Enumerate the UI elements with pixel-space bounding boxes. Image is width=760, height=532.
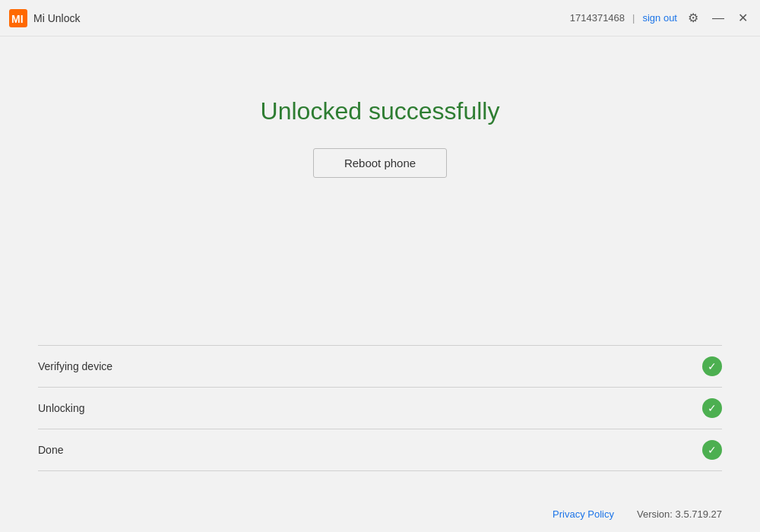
step-item: Verifying device✓ <box>38 345 722 387</box>
minimize-icon[interactable]: — <box>709 8 727 28</box>
footer: Privacy Policy Version: 3.5.719.27 <box>38 508 722 520</box>
version-text: Version: 3.5.719.27 <box>637 508 722 520</box>
step-label: Unlocking <box>38 402 84 414</box>
close-icon[interactable]: ✕ <box>735 8 751 28</box>
separator: | <box>632 12 635 24</box>
check-icon: ✓ <box>702 356 722 376</box>
steps-section: Verifying device✓Unlocking✓Done✓ <box>38 345 722 471</box>
privacy-policy-link[interactable]: Privacy Policy <box>553 508 614 520</box>
titlebar-left: MI Mi Unlock <box>9 9 80 27</box>
check-icon: ✓ <box>702 440 722 460</box>
titlebar: MI Mi Unlock 1714371468 | sign out ⚙ — ✕ <box>0 0 760 36</box>
svg-text:MI: MI <box>11 13 24 25</box>
titlebar-right: 1714371468 | sign out ⚙ — ✕ <box>570 8 751 28</box>
sign-out-link[interactable]: sign out <box>642 12 677 24</box>
main-content: Unlocked successfully Reboot phone <box>0 36 760 178</box>
step-label: Done <box>38 444 63 456</box>
step-item: Done✓ <box>38 429 722 471</box>
success-title: Unlocked successfully <box>261 97 500 125</box>
step-label: Verifying device <box>38 360 112 372</box>
app-title: Mi Unlock <box>33 12 80 24</box>
settings-icon[interactable]: ⚙ <box>685 8 701 28</box>
check-icon: ✓ <box>702 398 722 418</box>
step-item: Unlocking✓ <box>38 387 722 429</box>
user-id: 1714371468 <box>570 12 625 24</box>
mi-logo-icon: MI <box>9 9 27 27</box>
reboot-button[interactable]: Reboot phone <box>313 148 447 178</box>
